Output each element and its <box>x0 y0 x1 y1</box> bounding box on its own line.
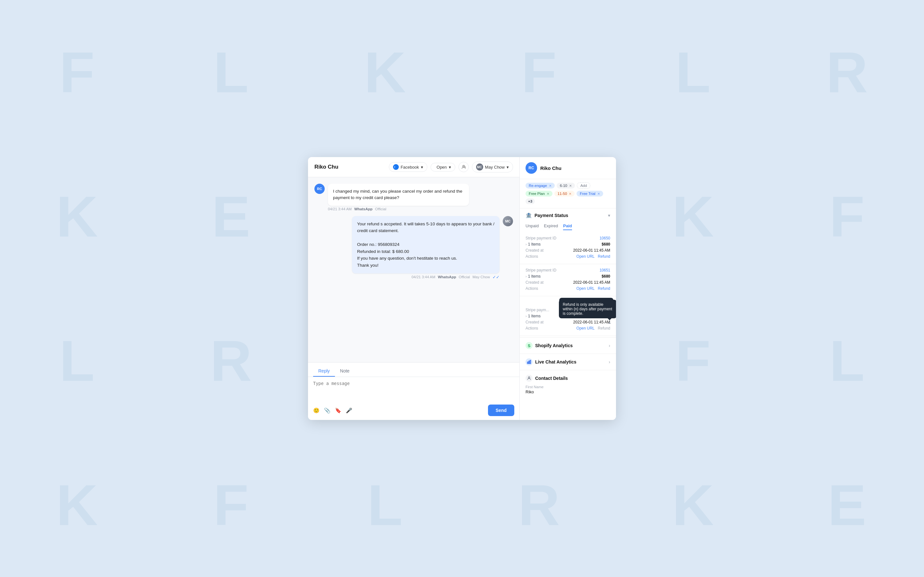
refund-link-1[interactable]: Refund <box>598 254 610 259</box>
messages-area: RC I changed my mind, can you please can… <box>308 177 519 362</box>
first-name-label: First Name <box>525 385 610 389</box>
shopify-chevron-icon: › <box>609 343 610 348</box>
tag-610[interactable]: 6-10 ✕ <box>557 183 575 189</box>
svg-rect-4 <box>527 362 528 364</box>
open-url-link-3[interactable]: Open URL <box>577 326 595 330</box>
payment-status-section: 🏦 Payment Status ▾ Unpaid Expired Paid S… <box>520 208 616 338</box>
created-at-value-1: 2022-06-01 11:45 AM <box>573 248 610 253</box>
svg-rect-6 <box>530 360 531 364</box>
contact-details-title: Contact Details <box>525 375 610 382</box>
shopify-analytics-title: S Shopify Analytics <box>525 342 573 349</box>
outgoing-assignee-name: May Chow <box>473 275 490 279</box>
items-label-1: › 1 Items <box>525 242 541 247</box>
chat-panel: Riko Chu f Facebook ▾ Open ▾ <box>308 157 520 420</box>
live-chat-analytics-section[interactable]: Live Chat Analytics › <box>520 354 616 370</box>
refund-link-2[interactable]: Refund <box>598 286 610 291</box>
tag-reengage-close[interactable]: ✕ <box>549 184 551 187</box>
message-incoming: RC I changed my mind, can you please can… <box>314 184 513 211</box>
assignee-avatar-icon: MC <box>476 163 483 171</box>
live-chat-analytics-title: Live Chat Analytics <box>525 358 577 366</box>
incoming-channel-type: Official <box>375 207 386 211</box>
facebook-channel-selector[interactable]: f Facebook ▾ <box>389 162 427 172</box>
attachment-icon[interactable]: 📎 <box>324 408 330 414</box>
tab-paid[interactable]: Paid <box>563 223 572 230</box>
created-at-row-3: Created at 2022-06-01 11:45 AM <box>525 320 610 324</box>
incoming-channel: WhatsApp <box>354 207 373 211</box>
tag-610-close[interactable]: ✕ <box>569 184 572 187</box>
open-url-link-1[interactable]: Open URL <box>577 254 595 259</box>
contact-details-section: Contact Details First Name Riko <box>520 370 616 399</box>
audio-icon[interactable]: 🎤 <box>346 408 352 414</box>
stripe-id-value-1[interactable]: 10650 <box>599 236 610 240</box>
incoming-avatar: RC <box>314 184 325 194</box>
refund-link-3[interactable]: Refund <box>598 326 610 330</box>
reply-icons: 🙂 📎 🔖 🎤 <box>313 408 352 414</box>
stripe-id-value-2[interactable]: 10651 <box>599 268 610 272</box>
tab-reply[interactable]: Reply <box>313 366 335 377</box>
actions-label-3: Actions <box>525 326 538 330</box>
open-url-link-2[interactable]: Open URL <box>577 286 595 291</box>
sidebar-avatar: RC <box>525 162 537 174</box>
tag-freeplan-close[interactable]: ✕ <box>547 192 549 195</box>
live-chat-chevron-icon: › <box>609 359 610 364</box>
svg-text:f: f <box>394 166 395 169</box>
stripe-id-label-3: Stripe paym... <box>525 308 549 312</box>
reply-input-area <box>308 377 519 402</box>
tag-freeplan[interactable]: Free Plan ✕ <box>525 191 552 197</box>
assignee-selector[interactable]: MC May Chow ▾ <box>472 161 513 172</box>
created-at-label-2: Created at <box>525 280 543 285</box>
header-controls: f Facebook ▾ Open ▾ <box>389 161 513 172</box>
contact-icon <box>525 375 533 382</box>
tags-area: Re-engage ✕ 6-10 ✕ Add Free Plan ✕ 11-50… <box>520 179 616 208</box>
tag-1150-label: 11-50 <box>557 192 567 195</box>
created-at-row-1: Created at 2022-06-01 11:45 AM <box>525 248 610 253</box>
tag-reengage[interactable]: Re-engage ✕ <box>525 183 555 189</box>
first-name-field: First Name Riko <box>525 385 610 394</box>
message-input[interactable] <box>313 381 514 397</box>
created-at-row-2: Created at 2022-06-01 11:45 AM <box>525 280 610 285</box>
payment-row-id-2: Stripe payment ID 10651 <box>525 268 610 272</box>
svg-point-1 <box>463 165 464 167</box>
items-chevron-2: › <box>525 274 527 278</box>
payment-entry-1: Stripe payment ID 10650 › 1 Items $680 C… <box>520 234 616 263</box>
created-at-label-1: Created at <box>525 248 543 253</box>
outgoing-channel-type: Official <box>459 275 470 279</box>
facebook-label: Facebook <box>401 165 419 169</box>
created-at-value-3: 2022-06-01 11:45 AM <box>573 320 610 324</box>
live-chat-analytics-label: Live Chat Analytics <box>535 359 577 364</box>
sidebar-avatar-initials: RC <box>528 166 534 170</box>
reply-area: Reply Note 🙂 📎 🔖 🎤 Send <box>308 362 519 420</box>
tag-1150-close[interactable]: ✕ <box>569 192 572 195</box>
tab-expired[interactable]: Expired <box>544 223 558 230</box>
send-button[interactable]: Send <box>488 405 514 416</box>
actions-row-2: Actions Open URL Refund <box>525 286 610 291</box>
tag-1150[interactable]: 11-50 ✕ <box>554 191 575 197</box>
stripe-id-label-2: Stripe payment ID <box>525 268 556 272</box>
tag-reengage-label: Re-engage <box>529 184 547 187</box>
outgoing-channel: WhatsApp <box>438 275 456 279</box>
emoji-icon[interactable]: 🙂 <box>313 408 320 414</box>
tag-freetrial-label: Free Trial <box>580 192 596 195</box>
status-selector[interactable]: Open ▾ <box>431 163 455 171</box>
reply-tabs: Reply Note <box>308 363 519 377</box>
shopify-analytics-section[interactable]: S Shopify Analytics › <box>520 338 616 354</box>
payment-status-header[interactable]: 🏦 Payment Status ▾ <box>520 208 616 222</box>
items-chevron-3: › <box>525 314 527 318</box>
tab-note[interactable]: Note <box>335 366 355 377</box>
created-at-value-2: 2022-06-01 11:45 AM <box>573 280 610 285</box>
chat-title: Riko Chu <box>314 164 338 170</box>
payment-tabs: Unpaid Expired Paid <box>520 222 616 234</box>
sidebar-header: RC Riko Chu <box>520 157 616 179</box>
tag-more[interactable]: +3 <box>525 198 535 204</box>
payment-entry-2: Stripe payment ID 10651 › 1 Items $680 C… <box>520 266 616 295</box>
bookmark-icon[interactable]: 🔖 <box>335 408 341 414</box>
tag-freetrial[interactable]: Free Trial ✕ <box>577 191 603 197</box>
add-tag-button[interactable]: Add <box>577 182 590 189</box>
tag-freetrial-close[interactable]: ✕ <box>598 192 600 195</box>
main-container: Riko Chu f Facebook ▾ Open ▾ <box>308 157 616 420</box>
payment-status-title: 🏦 Payment Status <box>525 212 568 218</box>
assign-button[interactable] <box>459 162 469 172</box>
svg-point-7 <box>528 377 530 378</box>
tab-unpaid[interactable]: Unpaid <box>525 223 539 230</box>
payment-chevron-icon: ▾ <box>608 213 610 218</box>
